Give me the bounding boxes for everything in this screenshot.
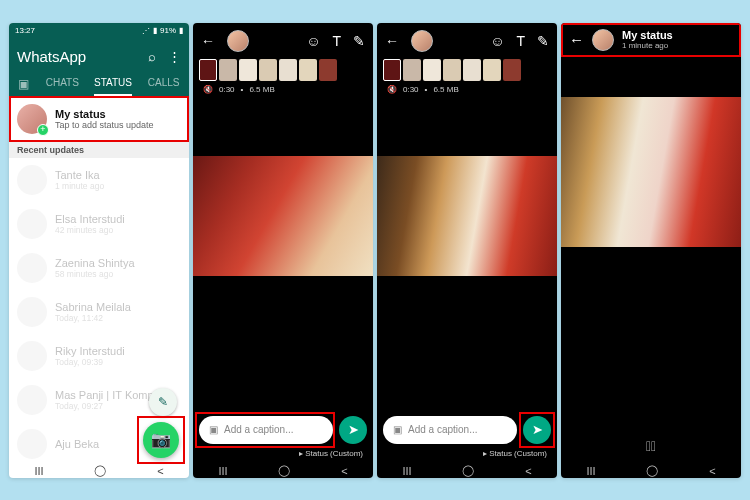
nav-back-icon[interactable]: < (525, 465, 531, 477)
status-row[interactable]: Zaenina Shintya 58 minutes ago (9, 246, 189, 290)
avatar (592, 29, 614, 51)
nav-recent-icon[interactable]: III (34, 465, 43, 477)
mute-icon[interactable]: 🔇 (387, 85, 397, 94)
thumb[interactable] (403, 59, 421, 81)
status-row[interactable]: Riky Interstudi Today, 09:39 (9, 334, 189, 378)
contact-name: Elsa Interstudi (55, 213, 125, 225)
contact-name: Zaenina Shintya (55, 257, 135, 269)
contact-time: 1 minute ago (55, 181, 104, 191)
screen-status-list: 13:27 ⋰ ▮ 91% ▮ WhatsApp ⌕ ⋮ ▣ CHATS STA… (9, 23, 189, 478)
thumb[interactable] (383, 59, 401, 81)
tab-status[interactable]: STATUS (88, 71, 139, 96)
filesize: 6.5 MB (433, 85, 458, 94)
thumb[interactable] (503, 59, 521, 81)
nav-recent-icon[interactable]: III (218, 465, 227, 477)
privacy-label[interactable]: Status (Custom) (299, 449, 363, 458)
editor-topbar: ← ☺ T ✎ (377, 23, 557, 59)
emoji-icon[interactable]: ☺ (490, 33, 504, 49)
contact-name: Mas Panji | IT Kompa (55, 389, 160, 401)
section-header: Recent updates (9, 142, 189, 158)
screen-status-viewer: ← My status 1 minute ago 👁̸ III ◯ < (561, 23, 741, 478)
avatar (17, 209, 47, 239)
nav-recent-icon[interactable]: III (402, 465, 411, 477)
back-icon[interactable]: ← (385, 33, 399, 49)
draw-icon[interactable]: ✎ (353, 33, 365, 49)
signal-icon: ▮ (153, 26, 157, 35)
nav-back-icon[interactable]: < (341, 465, 347, 477)
text-status-fab[interactable]: ✎ (149, 388, 177, 416)
media-preview[interactable] (193, 156, 373, 276)
app-title: WhatsApp (17, 48, 86, 65)
privacy-label[interactable]: Status (Custom) (483, 449, 547, 458)
status-row[interactable]: Tante Ika 1 minute ago (9, 158, 189, 202)
media-preview[interactable] (561, 97, 741, 247)
back-icon[interactable]: ← (569, 31, 584, 48)
thumb[interactable] (299, 59, 317, 81)
android-navbar: III ◯ < (561, 464, 741, 478)
avatar (17, 253, 47, 283)
send-button[interactable]: ➤ (339, 416, 367, 444)
tab-camera[interactable]: ▣ (9, 71, 37, 96)
nav-recent-icon[interactable]: III (586, 465, 595, 477)
highlight-box (137, 416, 185, 464)
emoji-icon[interactable]: ☺ (306, 33, 320, 49)
nav-home-icon[interactable]: ◯ (278, 464, 290, 477)
thumb[interactable] (319, 59, 337, 81)
thumbnail-strip[interactable] (193, 59, 373, 81)
draw-icon[interactable]: ✎ (537, 33, 549, 49)
status-row[interactable]: Sabrina Meilala Today, 11:42 (9, 290, 189, 334)
media-meta: 🔇 0:30 • 6.5 MB (193, 81, 373, 98)
screen-status-editor-2: ← ☺ T ✎ 🔇 0:30 • 6.5 MB ▣ Add a caption.… (377, 23, 557, 478)
nav-home-icon[interactable]: ◯ (646, 464, 658, 477)
back-icon[interactable]: ← (201, 33, 215, 49)
wifi-icon: ⋰ (142, 26, 150, 35)
nav-back-icon[interactable]: < (709, 465, 715, 477)
views-hidden-icon[interactable]: 👁̸ (646, 438, 656, 454)
media-meta: 🔇 0:30 • 6.5 MB (377, 81, 557, 98)
mute-icon[interactable]: 🔇 (203, 85, 213, 94)
nav-back-icon[interactable]: < (157, 465, 163, 477)
thumb[interactable] (483, 59, 501, 81)
screen-status-editor-1: ← ☺ T ✎ 🔇 0:30 • 6.5 MB ▣ Add a caption.… (193, 23, 373, 478)
thumb[interactable] (279, 59, 297, 81)
search-icon[interactable]: ⌕ (148, 49, 156, 64)
thumb[interactable] (443, 59, 461, 81)
viewer-header[interactable]: ← My status 1 minute ago (561, 23, 741, 57)
contact-name: Aju Beka (55, 438, 99, 450)
add-media-icon[interactable]: ▣ (393, 424, 402, 435)
filesize: 6.5 MB (249, 85, 274, 94)
contact-time: 42 minutes ago (55, 225, 125, 235)
nav-home-icon[interactable]: ◯ (462, 464, 474, 477)
nav-home-icon[interactable]: ◯ (94, 464, 106, 477)
duration: 0:30 (403, 85, 419, 94)
duration: 0:30 (219, 85, 235, 94)
thumb[interactable] (259, 59, 277, 81)
avatar (17, 165, 47, 195)
my-status-sub: Tap to add status update (55, 120, 154, 130)
contact-time: Today, 09:27 (55, 401, 160, 411)
contact-time: Today, 09:39 (55, 357, 125, 367)
media-preview[interactable] (377, 156, 557, 276)
battery-icon: ▮ (179, 26, 183, 35)
tab-chats[interactable]: CHATS (37, 71, 88, 96)
thumbnail-strip[interactable] (377, 59, 557, 81)
thumb[interactable] (239, 59, 257, 81)
text-icon[interactable]: T (332, 33, 341, 49)
caption-input[interactable]: ▣ Add a caption... (383, 416, 517, 444)
contact-name: Sabrina Meilala (55, 301, 131, 313)
viewer-time: 1 minute ago (622, 41, 673, 50)
caption-placeholder: Add a caption... (408, 424, 478, 435)
highlight-box (519, 412, 555, 448)
more-icon[interactable]: ⋮ (168, 49, 181, 64)
status-row[interactable]: Elsa Interstudi 42 minutes ago (9, 202, 189, 246)
text-icon[interactable]: T (516, 33, 525, 49)
android-navbar: III ◯ < (377, 464, 557, 478)
android-status-bar: 13:27 ⋰ ▮ 91% ▮ (9, 23, 189, 39)
thumb[interactable] (423, 59, 441, 81)
thumb[interactable] (463, 59, 481, 81)
thumb[interactable] (219, 59, 237, 81)
my-status-row[interactable]: + My status Tap to add status update (9, 96, 189, 142)
tab-calls[interactable]: CALLS (138, 71, 189, 96)
contact-time: 58 minutes ago (55, 269, 135, 279)
thumb[interactable] (199, 59, 217, 81)
